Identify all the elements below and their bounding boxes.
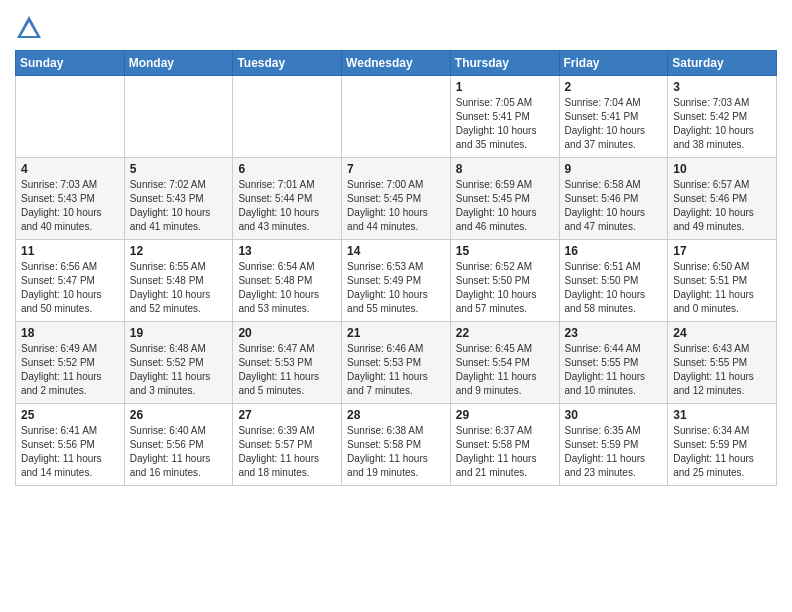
day-info: Sunrise: 6:54 AM Sunset: 5:48 PM Dayligh… [238, 260, 336, 316]
calendar-cell: 7Sunrise: 7:00 AM Sunset: 5:45 PM Daylig… [342, 158, 451, 240]
header-cell-monday: Monday [124, 51, 233, 76]
day-number: 30 [565, 408, 663, 422]
day-info: Sunrise: 6:51 AM Sunset: 5:50 PM Dayligh… [565, 260, 663, 316]
day-info: Sunrise: 6:44 AM Sunset: 5:55 PM Dayligh… [565, 342, 663, 398]
calendar-cell: 17Sunrise: 6:50 AM Sunset: 5:51 PM Dayli… [668, 240, 777, 322]
day-number: 27 [238, 408, 336, 422]
calendar-cell: 8Sunrise: 6:59 AM Sunset: 5:45 PM Daylig… [450, 158, 559, 240]
header-cell-friday: Friday [559, 51, 668, 76]
day-number: 3 [673, 80, 771, 94]
day-number: 17 [673, 244, 771, 258]
day-number: 24 [673, 326, 771, 340]
calendar-cell: 15Sunrise: 6:52 AM Sunset: 5:50 PM Dayli… [450, 240, 559, 322]
calendar-cell: 13Sunrise: 6:54 AM Sunset: 5:48 PM Dayli… [233, 240, 342, 322]
day-number: 13 [238, 244, 336, 258]
calendar-cell: 16Sunrise: 6:51 AM Sunset: 5:50 PM Dayli… [559, 240, 668, 322]
day-number: 20 [238, 326, 336, 340]
calendar-cell: 9Sunrise: 6:58 AM Sunset: 5:46 PM Daylig… [559, 158, 668, 240]
day-info: Sunrise: 6:39 AM Sunset: 5:57 PM Dayligh… [238, 424, 336, 480]
calendar-cell: 29Sunrise: 6:37 AM Sunset: 5:58 PM Dayli… [450, 404, 559, 486]
day-number: 1 [456, 80, 554, 94]
day-number: 28 [347, 408, 445, 422]
day-number: 2 [565, 80, 663, 94]
calendar-cell: 1Sunrise: 7:05 AM Sunset: 5:41 PM Daylig… [450, 76, 559, 158]
day-number: 11 [21, 244, 119, 258]
day-info: Sunrise: 6:35 AM Sunset: 5:59 PM Dayligh… [565, 424, 663, 480]
week-row-5: 25Sunrise: 6:41 AM Sunset: 5:56 PM Dayli… [16, 404, 777, 486]
header-cell-thursday: Thursday [450, 51, 559, 76]
week-row-1: 1Sunrise: 7:05 AM Sunset: 5:41 PM Daylig… [16, 76, 777, 158]
header-cell-tuesday: Tuesday [233, 51, 342, 76]
day-number: 18 [21, 326, 119, 340]
calendar-cell [233, 76, 342, 158]
calendar-cell [342, 76, 451, 158]
day-number: 8 [456, 162, 554, 176]
calendar-cell: 19Sunrise: 6:48 AM Sunset: 5:52 PM Dayli… [124, 322, 233, 404]
day-number: 6 [238, 162, 336, 176]
calendar-cell: 12Sunrise: 6:55 AM Sunset: 5:48 PM Dayli… [124, 240, 233, 322]
calendar-cell: 27Sunrise: 6:39 AM Sunset: 5:57 PM Dayli… [233, 404, 342, 486]
day-number: 31 [673, 408, 771, 422]
header-cell-saturday: Saturday [668, 51, 777, 76]
day-number: 14 [347, 244, 445, 258]
day-info: Sunrise: 6:53 AM Sunset: 5:49 PM Dayligh… [347, 260, 445, 316]
day-info: Sunrise: 6:43 AM Sunset: 5:55 PM Dayligh… [673, 342, 771, 398]
header-cell-wednesday: Wednesday [342, 51, 451, 76]
day-number: 5 [130, 162, 228, 176]
calendar-cell: 30Sunrise: 6:35 AM Sunset: 5:59 PM Dayli… [559, 404, 668, 486]
day-info: Sunrise: 6:38 AM Sunset: 5:58 PM Dayligh… [347, 424, 445, 480]
logo [15, 14, 47, 42]
calendar-body: 1Sunrise: 7:05 AM Sunset: 5:41 PM Daylig… [16, 76, 777, 486]
day-number: 16 [565, 244, 663, 258]
day-info: Sunrise: 7:00 AM Sunset: 5:45 PM Dayligh… [347, 178, 445, 234]
calendar-cell [16, 76, 125, 158]
calendar-cell: 31Sunrise: 6:34 AM Sunset: 5:59 PM Dayli… [668, 404, 777, 486]
calendar-cell: 3Sunrise: 7:03 AM Sunset: 5:42 PM Daylig… [668, 76, 777, 158]
day-number: 22 [456, 326, 554, 340]
day-info: Sunrise: 6:59 AM Sunset: 5:45 PM Dayligh… [456, 178, 554, 234]
day-info: Sunrise: 6:48 AM Sunset: 5:52 PM Dayligh… [130, 342, 228, 398]
day-info: Sunrise: 7:01 AM Sunset: 5:44 PM Dayligh… [238, 178, 336, 234]
calendar-cell: 26Sunrise: 6:40 AM Sunset: 5:56 PM Dayli… [124, 404, 233, 486]
day-number: 12 [130, 244, 228, 258]
calendar-cell [124, 76, 233, 158]
calendar-cell: 10Sunrise: 6:57 AM Sunset: 5:46 PM Dayli… [668, 158, 777, 240]
header-row: SundayMondayTuesdayWednesdayThursdayFrid… [16, 51, 777, 76]
calendar-cell: 21Sunrise: 6:46 AM Sunset: 5:53 PM Dayli… [342, 322, 451, 404]
day-number: 23 [565, 326, 663, 340]
day-info: Sunrise: 6:45 AM Sunset: 5:54 PM Dayligh… [456, 342, 554, 398]
week-row-2: 4Sunrise: 7:03 AM Sunset: 5:43 PM Daylig… [16, 158, 777, 240]
day-info: Sunrise: 6:57 AM Sunset: 5:46 PM Dayligh… [673, 178, 771, 234]
calendar-cell: 5Sunrise: 7:02 AM Sunset: 5:43 PM Daylig… [124, 158, 233, 240]
calendar-cell: 20Sunrise: 6:47 AM Sunset: 5:53 PM Dayli… [233, 322, 342, 404]
calendar-cell: 24Sunrise: 6:43 AM Sunset: 5:55 PM Dayli… [668, 322, 777, 404]
calendar-cell: 2Sunrise: 7:04 AM Sunset: 5:41 PM Daylig… [559, 76, 668, 158]
calendar-cell: 4Sunrise: 7:03 AM Sunset: 5:43 PM Daylig… [16, 158, 125, 240]
calendar-table: SundayMondayTuesdayWednesdayThursdayFrid… [15, 50, 777, 486]
calendar-cell: 11Sunrise: 6:56 AM Sunset: 5:47 PM Dayli… [16, 240, 125, 322]
calendar-cell: 14Sunrise: 6:53 AM Sunset: 5:49 PM Dayli… [342, 240, 451, 322]
header-cell-sunday: Sunday [16, 51, 125, 76]
day-info: Sunrise: 6:50 AM Sunset: 5:51 PM Dayligh… [673, 260, 771, 316]
calendar-cell: 25Sunrise: 6:41 AM Sunset: 5:56 PM Dayli… [16, 404, 125, 486]
day-info: Sunrise: 6:34 AM Sunset: 5:59 PM Dayligh… [673, 424, 771, 480]
week-row-4: 18Sunrise: 6:49 AM Sunset: 5:52 PM Dayli… [16, 322, 777, 404]
day-number: 10 [673, 162, 771, 176]
day-info: Sunrise: 6:55 AM Sunset: 5:48 PM Dayligh… [130, 260, 228, 316]
calendar-cell: 6Sunrise: 7:01 AM Sunset: 5:44 PM Daylig… [233, 158, 342, 240]
calendar-cell: 22Sunrise: 6:45 AM Sunset: 5:54 PM Dayli… [450, 322, 559, 404]
calendar-header: SundayMondayTuesdayWednesdayThursdayFrid… [16, 51, 777, 76]
day-info: Sunrise: 7:05 AM Sunset: 5:41 PM Dayligh… [456, 96, 554, 152]
day-number: 25 [21, 408, 119, 422]
day-number: 15 [456, 244, 554, 258]
day-info: Sunrise: 6:41 AM Sunset: 5:56 PM Dayligh… [21, 424, 119, 480]
day-number: 9 [565, 162, 663, 176]
day-info: Sunrise: 6:46 AM Sunset: 5:53 PM Dayligh… [347, 342, 445, 398]
day-number: 26 [130, 408, 228, 422]
day-info: Sunrise: 7:03 AM Sunset: 5:43 PM Dayligh… [21, 178, 119, 234]
logo-icon [15, 14, 43, 42]
day-number: 19 [130, 326, 228, 340]
day-info: Sunrise: 6:47 AM Sunset: 5:53 PM Dayligh… [238, 342, 336, 398]
day-info: Sunrise: 6:40 AM Sunset: 5:56 PM Dayligh… [130, 424, 228, 480]
day-number: 21 [347, 326, 445, 340]
